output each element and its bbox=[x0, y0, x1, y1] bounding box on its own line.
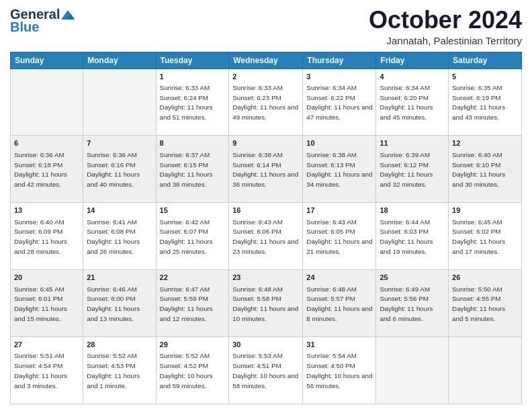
day-info: Sunrise: 6:33 AM Sunset: 6:24 PM Dayligh… bbox=[160, 84, 213, 121]
day-info: Sunrise: 5:51 AM Sunset: 4:54 PM Dayligh… bbox=[14, 352, 67, 389]
day-number: 27 bbox=[14, 340, 79, 350]
month-title: October 2024 bbox=[369, 7, 522, 34]
day-info: Sunrise: 6:47 AM Sunset: 5:59 PM Dayligh… bbox=[160, 285, 213, 322]
day-cell: 3Sunrise: 6:34 AM Sunset: 6:22 PM Daylig… bbox=[303, 68, 376, 136]
day-info: Sunrise: 5:53 AM Sunset: 4:51 PM Dayligh… bbox=[232, 352, 298, 389]
day-cell: 20Sunrise: 6:45 AM Sunset: 6:01 PM Dayli… bbox=[11, 270, 83, 337]
day-number: 28 bbox=[87, 340, 152, 350]
day-info: Sunrise: 6:49 AM Sunset: 5:56 PM Dayligh… bbox=[380, 285, 433, 322]
page: General Blue October 2024 Jannatah, Pale… bbox=[0, 0, 532, 411]
day-info: Sunrise: 5:50 AM Sunset: 4:55 PM Dayligh… bbox=[452, 285, 505, 322]
day-number: 1 bbox=[160, 72, 226, 82]
day-number: 10 bbox=[306, 138, 372, 148]
day-info: Sunrise: 6:48 AM Sunset: 5:58 PM Dayligh… bbox=[232, 285, 298, 322]
day-info: Sunrise: 6:41 AM Sunset: 6:08 PM Dayligh… bbox=[87, 218, 140, 255]
day-number: 13 bbox=[14, 205, 79, 216]
location-title: Jannatah, Palestinian Territory bbox=[369, 35, 522, 46]
logo-blue: Blue bbox=[10, 19, 39, 35]
col-wednesday: Wednesday bbox=[229, 52, 303, 68]
day-info: Sunrise: 6:36 AM Sunset: 6:16 PM Dayligh… bbox=[87, 151, 140, 188]
day-cell: 22Sunrise: 6:47 AM Sunset: 5:59 PM Dayli… bbox=[156, 270, 229, 337]
day-info: Sunrise: 6:39 AM Sunset: 6:12 PM Dayligh… bbox=[380, 151, 433, 188]
day-cell: 7Sunrise: 6:36 AM Sunset: 6:16 PM Daylig… bbox=[83, 136, 156, 203]
day-number: 7 bbox=[87, 138, 152, 148]
day-number: 4 bbox=[380, 72, 445, 82]
day-info: Sunrise: 5:54 AM Sunset: 4:50 PM Dayligh… bbox=[306, 352, 372, 389]
day-cell: 17Sunrise: 6:43 AM Sunset: 6:05 PM Dayli… bbox=[303, 203, 376, 270]
day-info: Sunrise: 6:43 AM Sunset: 6:05 PM Dayligh… bbox=[306, 218, 372, 255]
day-number: 30 bbox=[232, 340, 299, 350]
day-cell: 18Sunrise: 6:44 AM Sunset: 6:03 PM Dayli… bbox=[376, 203, 449, 270]
day-cell: 30Sunrise: 5:53 AM Sunset: 4:51 PM Dayli… bbox=[229, 337, 303, 404]
day-number: 16 bbox=[232, 205, 299, 216]
day-info: Sunrise: 6:44 AM Sunset: 6:03 PM Dayligh… bbox=[380, 218, 433, 255]
day-cell: 23Sunrise: 6:48 AM Sunset: 5:58 PM Dayli… bbox=[229, 270, 303, 337]
day-cell: 6Sunrise: 6:36 AM Sunset: 6:18 PM Daylig… bbox=[11, 136, 83, 203]
day-number: 29 bbox=[160, 340, 226, 350]
col-friday: Friday bbox=[376, 52, 449, 68]
day-number: 2 bbox=[232, 72, 299, 82]
col-thursday: Thursday bbox=[303, 52, 376, 68]
day-cell: 29Sunrise: 5:52 AM Sunset: 4:52 PM Dayli… bbox=[156, 337, 229, 404]
day-info: Sunrise: 6:35 AM Sunset: 6:19 PM Dayligh… bbox=[452, 84, 505, 121]
day-cell: 16Sunrise: 6:43 AM Sunset: 6:06 PM Dayli… bbox=[229, 203, 303, 270]
day-cell: 19Sunrise: 6:45 AM Sunset: 6:02 PM Dayli… bbox=[449, 203, 522, 270]
week-row-1: 1Sunrise: 6:33 AM Sunset: 6:24 PM Daylig… bbox=[11, 68, 522, 136]
day-info: Sunrise: 6:45 AM Sunset: 6:01 PM Dayligh… bbox=[14, 285, 67, 322]
day-info: Sunrise: 6:34 AM Sunset: 6:20 PM Dayligh… bbox=[380, 84, 433, 121]
day-cell: 13Sunrise: 6:40 AM Sunset: 6:09 PM Dayli… bbox=[11, 203, 83, 270]
day-info: Sunrise: 6:45 AM Sunset: 6:02 PM Dayligh… bbox=[452, 218, 505, 255]
day-info: Sunrise: 6:40 AM Sunset: 6:10 PM Dayligh… bbox=[452, 151, 505, 188]
day-cell: 31Sunrise: 5:54 AM Sunset: 4:50 PM Dayli… bbox=[303, 337, 376, 404]
day-cell: 12Sunrise: 6:40 AM Sunset: 6:10 PM Dayli… bbox=[449, 136, 522, 203]
week-row-2: 6Sunrise: 6:36 AM Sunset: 6:18 PM Daylig… bbox=[11, 136, 522, 203]
day-cell: 8Sunrise: 6:37 AM Sunset: 6:15 PM Daylig… bbox=[156, 136, 229, 203]
day-cell: 27Sunrise: 5:51 AM Sunset: 4:54 PM Dayli… bbox=[11, 337, 83, 404]
day-cell: 11Sunrise: 6:39 AM Sunset: 6:12 PM Dayli… bbox=[376, 136, 449, 203]
day-cell: 25Sunrise: 6:49 AM Sunset: 5:56 PM Dayli… bbox=[376, 270, 449, 337]
col-sunday: Sunday bbox=[11, 52, 83, 68]
day-info: Sunrise: 6:46 AM Sunset: 6:00 PM Dayligh… bbox=[87, 285, 140, 322]
day-cell: 1Sunrise: 6:33 AM Sunset: 6:24 PM Daylig… bbox=[156, 68, 229, 136]
day-cell: 28Sunrise: 5:52 AM Sunset: 4:53 PM Dayli… bbox=[83, 337, 156, 404]
col-tuesday: Tuesday bbox=[156, 52, 229, 68]
day-number: 6 bbox=[14, 138, 79, 148]
day-cell: 10Sunrise: 6:38 AM Sunset: 6:13 PM Dayli… bbox=[303, 136, 376, 203]
logo: General Blue bbox=[10, 7, 75, 35]
day-number: 15 bbox=[160, 205, 226, 216]
day-number: 21 bbox=[87, 273, 152, 283]
day-info: Sunrise: 6:34 AM Sunset: 6:22 PM Dayligh… bbox=[306, 84, 372, 121]
day-number: 18 bbox=[380, 205, 445, 216]
day-info: Sunrise: 6:38 AM Sunset: 6:14 PM Dayligh… bbox=[232, 151, 298, 188]
day-cell: 21Sunrise: 6:46 AM Sunset: 6:00 PM Dayli… bbox=[83, 270, 156, 337]
day-info: Sunrise: 6:38 AM Sunset: 6:13 PM Dayligh… bbox=[306, 151, 372, 188]
logo-icon bbox=[61, 10, 75, 19]
day-number: 3 bbox=[306, 72, 372, 82]
day-number: 9 bbox=[232, 138, 299, 148]
day-cell bbox=[83, 68, 156, 136]
calendar-header-row: Sunday Monday Tuesday Wednesday Thursday… bbox=[11, 52, 522, 68]
day-cell: 14Sunrise: 6:41 AM Sunset: 6:08 PM Dayli… bbox=[83, 203, 156, 270]
day-number: 19 bbox=[452, 205, 518, 216]
day-number: 26 bbox=[452, 273, 518, 283]
day-info: Sunrise: 6:37 AM Sunset: 6:15 PM Dayligh… bbox=[160, 151, 213, 188]
col-saturday: Saturday bbox=[449, 52, 522, 68]
day-info: Sunrise: 6:48 AM Sunset: 5:57 PM Dayligh… bbox=[306, 285, 372, 322]
day-cell: 2Sunrise: 6:33 AM Sunset: 6:23 PM Daylig… bbox=[229, 68, 303, 136]
day-info: Sunrise: 6:36 AM Sunset: 6:18 PM Dayligh… bbox=[14, 151, 67, 188]
day-number: 22 bbox=[160, 273, 226, 283]
day-cell: 15Sunrise: 6:42 AM Sunset: 6:07 PM Dayli… bbox=[156, 203, 229, 270]
day-number: 8 bbox=[160, 138, 226, 148]
day-number: 20 bbox=[14, 273, 79, 283]
day-cell: 5Sunrise: 6:35 AM Sunset: 6:19 PM Daylig… bbox=[449, 68, 522, 136]
day-number: 12 bbox=[452, 138, 518, 148]
day-info: Sunrise: 6:40 AM Sunset: 6:09 PM Dayligh… bbox=[14, 218, 67, 255]
day-info: Sunrise: 6:33 AM Sunset: 6:23 PM Dayligh… bbox=[232, 84, 298, 121]
calendar-table: Sunday Monday Tuesday Wednesday Thursday… bbox=[10, 52, 522, 404]
day-cell: 24Sunrise: 6:48 AM Sunset: 5:57 PM Dayli… bbox=[303, 270, 376, 337]
day-number: 17 bbox=[306, 205, 372, 216]
day-number: 23 bbox=[232, 273, 299, 283]
day-info: Sunrise: 6:43 AM Sunset: 6:06 PM Dayligh… bbox=[232, 218, 298, 255]
day-number: 5 bbox=[452, 72, 518, 82]
header: General Blue October 2024 Jannatah, Pale… bbox=[10, 7, 522, 46]
